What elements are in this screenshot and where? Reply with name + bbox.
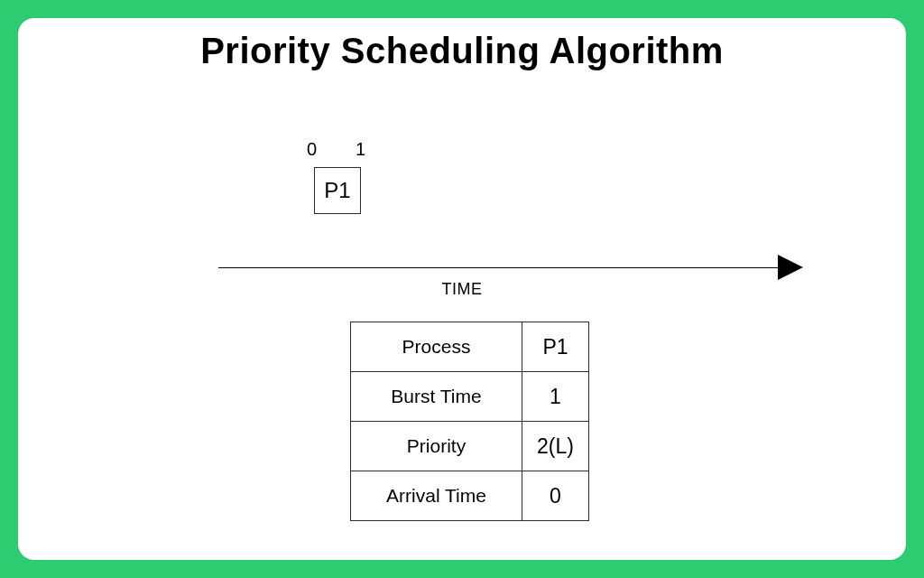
gantt-block-p1: P1: [314, 167, 361, 214]
page-title: Priority Scheduling Algorithm: [18, 31, 906, 71]
gantt-tick-start: 0: [307, 139, 317, 160]
row-label: Priority: [351, 422, 522, 471]
svg-marker-0: [778, 255, 803, 280]
row-value: 0: [522, 471, 589, 521]
row-value: 2(L): [522, 422, 589, 471]
time-axis-label: TIME: [18, 280, 906, 299]
row-label: Burst Time: [351, 372, 522, 422]
row-value: P1: [522, 322, 589, 372]
time-axis-line: [218, 267, 781, 268]
table-row: Process P1: [351, 322, 589, 372]
row-value: 1: [522, 372, 589, 422]
table-row: Burst Time 1: [351, 372, 589, 422]
process-table: Process P1 Burst Time 1 Priority 2(L) Ar…: [350, 322, 589, 521]
diagram-card: Priority Scheduling Algorithm 0 1 P1 TIM…: [18, 18, 906, 560]
gantt-tick-end: 1: [356, 139, 365, 160]
row-label: Arrival Time: [351, 471, 522, 521]
arrow-right-icon: [778, 255, 805, 280]
table-row: Arrival Time 0: [351, 471, 589, 521]
row-label: Process: [351, 322, 522, 372]
table-row: Priority 2(L): [351, 422, 589, 471]
